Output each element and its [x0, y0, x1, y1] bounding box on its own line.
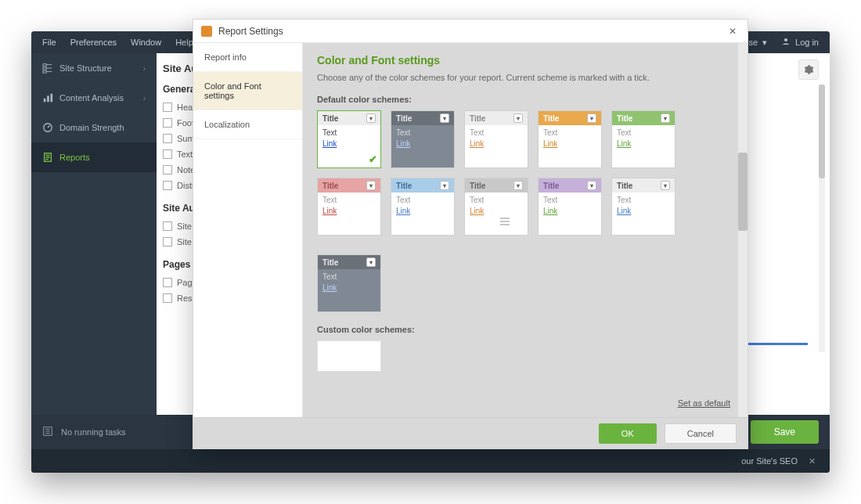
svg-rect-2 — [43, 67, 46, 70]
cancel-button[interactable]: Cancel — [665, 423, 737, 444]
swatch-link: Link — [396, 207, 449, 215]
dialog-tabs: Report info Color and Font settings Loca… — [193, 43, 303, 417]
scrollbar-thumb[interactable] — [819, 85, 825, 178]
tab-localization[interactable]: Localization — [193, 110, 302, 139]
dropdown-icon: ▾ — [440, 181, 449, 190]
dialog-footer: OK Cancel — [193, 417, 748, 448]
swatch-link: Link — [322, 207, 376, 215]
swatch-title: Title — [470, 182, 485, 190]
nav-content-analysis[interactable]: Content Analysis › — [31, 83, 157, 113]
splitter-grip-icon[interactable] — [500, 218, 510, 225]
menu-help[interactable]: Help — [175, 38, 193, 47]
color-scheme-swatch[interactable]: Title▾TextLink — [317, 178, 381, 236]
menu-file[interactable]: File — [42, 38, 56, 47]
chart-icon — [42, 92, 53, 103]
document-icon — [42, 152, 53, 163]
tab-color-font[interactable]: Color and Font settings — [193, 72, 302, 110]
svg-rect-6 — [51, 94, 53, 103]
nav-label: Domain Strength — [59, 123, 124, 132]
swatch-text: Text — [470, 196, 523, 204]
block-icon — [163, 293, 172, 303]
svg-rect-5 — [47, 95, 49, 102]
svg-rect-3 — [43, 71, 46, 74]
banner-text: our Site's SEO — [741, 456, 798, 466]
color-scheme-swatch[interactable]: Title▾TextLink — [611, 178, 675, 236]
swatch-title: Title — [322, 258, 338, 267]
check-icon: ✔ — [369, 153, 377, 165]
swatch-title: Title — [322, 182, 338, 190]
ok-button[interactable]: OK — [599, 423, 657, 444]
swatch-link: Link — [396, 139, 449, 148]
content-description: Choose any of the color schemes for your… — [317, 73, 733, 82]
color-scheme-swatch[interactable]: Title▾TextLink — [391, 110, 455, 168]
dialog-content: Color and Font settings Choose any of th… — [303, 43, 748, 417]
block-icon — [163, 237, 172, 247]
swatch-link: Link — [543, 207, 596, 215]
tab-report-info[interactable]: Report info — [193, 43, 302, 72]
swatch-title: Title — [396, 114, 412, 123]
tasks-icon — [42, 426, 53, 438]
swatch-text: Text — [543, 196, 596, 204]
swatch-text: Text — [470, 128, 523, 137]
app-logo-icon — [201, 26, 212, 37]
block-icon — [163, 221, 172, 231]
nav-reports[interactable]: Reports — [31, 142, 157, 172]
swatch-text: Text — [617, 128, 670, 137]
nav-label: Reports — [59, 153, 90, 162]
swatch-link: Link — [322, 283, 376, 292]
dialog-titlebar[interactable]: Report Settings ✕ — [193, 20, 748, 43]
block-icon — [163, 149, 172, 159]
color-scheme-swatch[interactable]: Title▾TextLink — [538, 178, 602, 236]
nav-site-structure[interactable]: Site Structure › — [31, 53, 157, 83]
color-scheme-swatch[interactable]: Title▾TextLink — [611, 110, 675, 168]
dropdown-icon: ▾ — [366, 181, 376, 190]
menu-window[interactable]: Window — [131, 38, 161, 47]
gear-icon — [803, 64, 814, 75]
swatch-text: Text — [322, 272, 376, 281]
chevron-right-icon: › — [143, 64, 146, 73]
gauge-icon — [42, 122, 53, 133]
color-scheme-swatch[interactable]: Title▾TextLink — [538, 110, 602, 168]
settings-button[interactable] — [798, 59, 819, 80]
color-scheme-swatch[interactable]: Title▾TextLink — [464, 178, 528, 236]
close-icon[interactable]: ✕ — [809, 456, 816, 466]
color-scheme-swatch[interactable]: Title▾TextLink — [391, 178, 455, 236]
nav-label: Content Analysis — [59, 93, 124, 103]
content-heading: Color and Font settings — [317, 54, 733, 67]
dialog-title: Report Settings — [218, 26, 283, 37]
left-nav: Site Structure › Content Analysis › — [31, 53, 157, 415]
login-button[interactable]: Log in — [781, 37, 819, 48]
custom-schemes-heading: Custom color schemes: — [317, 325, 733, 334]
swatch-title: Title — [543, 182, 559, 190]
swatch-title: Title — [322, 114, 338, 123]
save-button[interactable]: Save — [751, 420, 819, 444]
add-custom-scheme[interactable] — [317, 340, 381, 372]
dropdown-icon: ▾ — [587, 113, 596, 123]
color-scheme-swatch[interactable]: Title▾TextLink — [464, 110, 528, 168]
swatch-link: Link — [470, 139, 523, 148]
nav-domain-strength[interactable]: Domain Strength — [31, 113, 157, 142]
color-scheme-swatch[interactable]: Title▾TextLink — [317, 254, 381, 312]
swatch-link: Link — [470, 207, 523, 215]
block-icon — [163, 165, 172, 175]
swatch-title: Title — [617, 182, 632, 190]
user-icon — [781, 37, 791, 48]
swatch-link: Link — [617, 139, 670, 148]
svg-point-0 — [784, 38, 787, 41]
menu-preferences[interactable]: Preferences — [70, 38, 117, 47]
svg-rect-4 — [44, 99, 46, 102]
swatch-link: Link — [617, 207, 670, 215]
block-icon — [163, 278, 172, 287]
swatch-link: Link — [543, 139, 596, 148]
swatch-title: Title — [617, 114, 632, 123]
set-as-default-link[interactable]: Set as default — [678, 398, 730, 408]
close-icon[interactable]: ✕ — [726, 26, 740, 37]
svg-rect-1 — [43, 64, 46, 67]
dropdown-icon: ▾ — [513, 181, 523, 190]
block-icon — [163, 103, 172, 112]
color-scheme-swatch[interactable]: Title▾TextLink✔ — [317, 110, 381, 168]
swatch-link: Link — [322, 139, 376, 148]
status-text: No running tasks — [61, 427, 126, 437]
dropdown-icon: ▾ — [366, 113, 376, 123]
scrollbar-thumb[interactable] — [738, 153, 748, 231]
